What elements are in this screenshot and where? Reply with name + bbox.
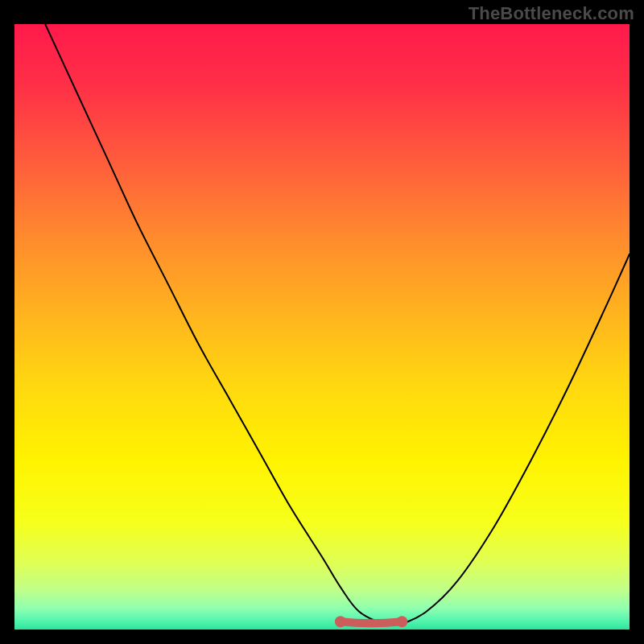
plot-area	[14, 24, 630, 630]
svg-point-2	[396, 616, 407, 627]
chart-frame: TheBottleneck.com	[0, 0, 644, 644]
bottleneck-curve	[45, 24, 630, 625]
svg-point-1	[335, 616, 346, 627]
chart-svg	[14, 24, 630, 630]
optimal-range-marker	[335, 616, 407, 627]
watermark-text: TheBottleneck.com	[469, 3, 634, 24]
